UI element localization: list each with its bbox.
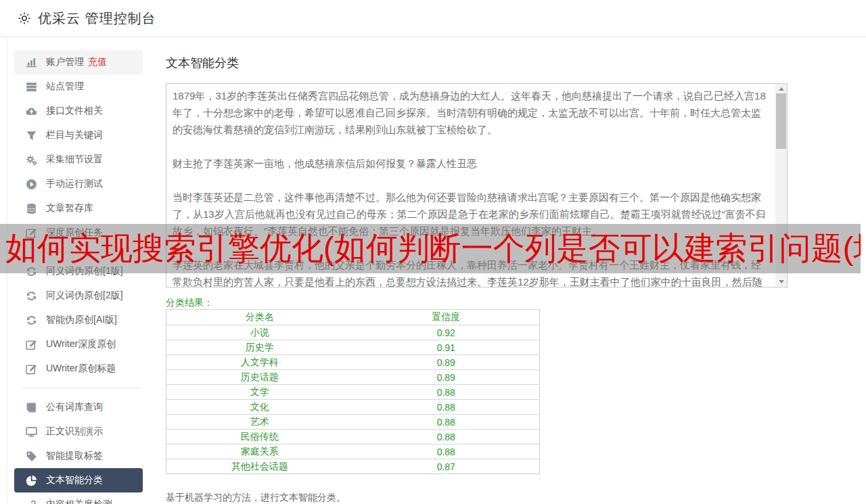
table-header-cell: 分类名: [166, 310, 353, 325]
sidebar-item-label: 智能伪原创[AI版]: [46, 314, 117, 326]
table-row: 文化0.88: [166, 400, 540, 415]
sidebar-item-label: UWriter原创标题: [46, 363, 116, 375]
sidebar-item-label: 栏目与关键词: [46, 129, 103, 141]
confidence-cell: 0.89: [353, 355, 540, 370]
input-paragraph: 1879年，31岁的李莲英出任储秀宫四品花翎总管，成为慈禧身边的大红人。这年春天…: [173, 87, 768, 138]
confidence-cell: 0.88: [353, 385, 540, 400]
confidence-cell: 0.88: [353, 444, 540, 459]
sidebar-item-label: 站点管理: [46, 81, 84, 93]
page-title: 文本智能分类: [166, 55, 239, 71]
result-label: 分类结果：: [166, 297, 213, 309]
sidebar-item-label: 账户管理: [46, 56, 84, 68]
monitor-icon: [26, 426, 37, 438]
table-row: 艺术0.88: [166, 415, 540, 430]
table-header-row: 分类名置信度: [166, 310, 540, 325]
table-row: 小说0.92: [166, 325, 540, 340]
app-header: 优采云 管理控制台: [0, 0, 866, 37]
pencil-icon: [26, 363, 37, 375]
sidebar-item-columns-keywords[interactable]: 栏目与关键词: [14, 123, 143, 147]
category-cell: 历史话题: [166, 370, 353, 385]
table-row: 人文学科0.89: [166, 355, 540, 370]
sidebar-item-content-recognition[interactable]: 正文识别演示: [14, 419, 143, 444]
category-cell: 小说: [166, 325, 353, 340]
app-title: 优采云 管理控制台: [38, 9, 156, 28]
recharge-badge[interactable]: 充值: [88, 56, 107, 68]
confidence-cell: 0.91: [353, 340, 540, 355]
category-cell: 人文学科: [166, 355, 353, 370]
sidebar-item-article-store[interactable]: 文章暂存库: [14, 196, 143, 221]
confidence-cell: 0.89: [353, 370, 540, 385]
sidebar-item-text-classify[interactable]: 文本智能分类: [14, 468, 143, 492]
sidebar-item-label: 接口文件相关: [46, 105, 103, 117]
table-row: 民俗传统0.88: [166, 430, 540, 444]
category-cell: 其他社会话题: [166, 459, 353, 474]
sidebar-item-label: 采集细节设置: [46, 154, 103, 166]
confidence-cell: 0.92: [353, 325, 540, 340]
sidebar-item-label: 智能提取标签: [46, 450, 103, 462]
scroll-down-icon[interactable]: [775, 277, 787, 287]
sidebar-divider: [21, 388, 143, 388]
table-row: 历史话题0.89: [166, 370, 540, 385]
sidebar-item-tag-extract[interactable]: 智能提取标签: [14, 444, 143, 468]
confidence-cell: 0.88: [353, 430, 540, 444]
sidebar-item-label: 正文识别演示: [46, 426, 103, 438]
classification-table: 分类名置信度 小说0.92历史学0.91人文学科0.89历史话题0.89文学0.…: [166, 309, 540, 474]
funnel-icon: [26, 130, 37, 141]
sidebar-item-label: 手动运行测试: [46, 178, 103, 190]
category-cell: 文化: [166, 400, 353, 415]
confidence-cell: 0.88: [353, 400, 540, 415]
table-row: 历史学0.91: [166, 340, 540, 355]
category-cell: 家庭关系: [166, 444, 353, 459]
tag-icon: [26, 451, 37, 462]
sidebar-item-collect-settings[interactable]: 采集细节设置: [14, 147, 143, 172]
server-icon: [26, 81, 37, 93]
sidebar-item-label: 文本智能分类: [46, 474, 103, 486]
play-icon: [26, 179, 37, 190]
sidebar-item-uwriter-deep[interactable]: UWriter深度原创: [14, 332, 143, 357]
sidebar-item-sites[interactable]: 站点管理: [14, 74, 143, 99]
link-icon: [26, 499, 37, 504]
watermark-banner: 如何实现搜索引擎优化(如何判断一个列是否可以建索引问题(场景: [0, 224, 861, 273]
sidebar-item-uwriter-title[interactable]: UWriter原创标题: [14, 357, 143, 381]
database-icon: [26, 203, 37, 214]
scroll-up-icon[interactable]: [775, 84, 787, 94]
sidebar-item-ai-original[interactable]: 智能伪原创[AI版]: [14, 308, 143, 332]
table-row: 家庭关系0.88: [166, 444, 540, 459]
category-cell: 历史学: [166, 340, 353, 355]
chart-bar-icon: [26, 57, 37, 68]
sidebar-item-relevance-detect[interactable]: 内容相关度检测: [14, 492, 143, 504]
category-cell: 艺术: [166, 415, 353, 430]
sidebar-item-account[interactable]: 账户管理充值: [14, 50, 143, 74]
confidence-cell: 0.88: [353, 415, 540, 430]
watermark-text: 如何实现搜索引擎优化(如何判断一个列是否可以建索引问题(场景: [0, 227, 861, 270]
sidebar-item-interface-files[interactable]: 接口文件相关: [14, 99, 143, 123]
sidebar-item-manual-run[interactable]: 手动运行测试: [14, 172, 143, 196]
sidebar-item-label: 公有词库查询: [46, 401, 103, 413]
sidebar-item-label: 同义词伪原创[2版]: [46, 290, 123, 302]
gear-icon: [18, 12, 31, 25]
input-paragraph: 财主抢了李莲英家一亩地，他成慈禧亲信后如何报复？暴露人性丑恶: [173, 155, 768, 172]
table-row: 文学0.88: [166, 385, 540, 400]
table-row: 其他社会话题0.87: [166, 459, 540, 474]
scrollbar-thumb[interactable]: [776, 93, 786, 149]
gears-icon: [26, 154, 37, 166]
pencil-icon: [26, 339, 37, 350]
table-header-cell: 置信度: [353, 310, 540, 325]
sidebar-item-label: UWriter深度原创: [46, 338, 116, 350]
sidebar-item-label: 内容相关度检测: [46, 499, 112, 504]
category-cell: 文学: [166, 385, 353, 400]
book-icon: [26, 402, 37, 413]
footer-note: 基于机器学习的方法，进行文本智能分类。: [166, 492, 346, 504]
sidebar-item-synonym-2[interactable]: 同义词伪原创[2版]: [14, 283, 143, 308]
sidebar-item-public-lexicon[interactable]: 公有词库查询: [14, 395, 143, 419]
confidence-cell: 0.87: [353, 459, 540, 474]
refresh-icon: [26, 290, 37, 302]
refresh-icon: [26, 315, 37, 326]
cloud-upload-icon: [26, 106, 37, 117]
pie-chart-icon: [26, 475, 37, 486]
category-cell: 民俗传统: [166, 430, 353, 444]
sidebar-item-label: 文章暂存库: [46, 202, 93, 214]
